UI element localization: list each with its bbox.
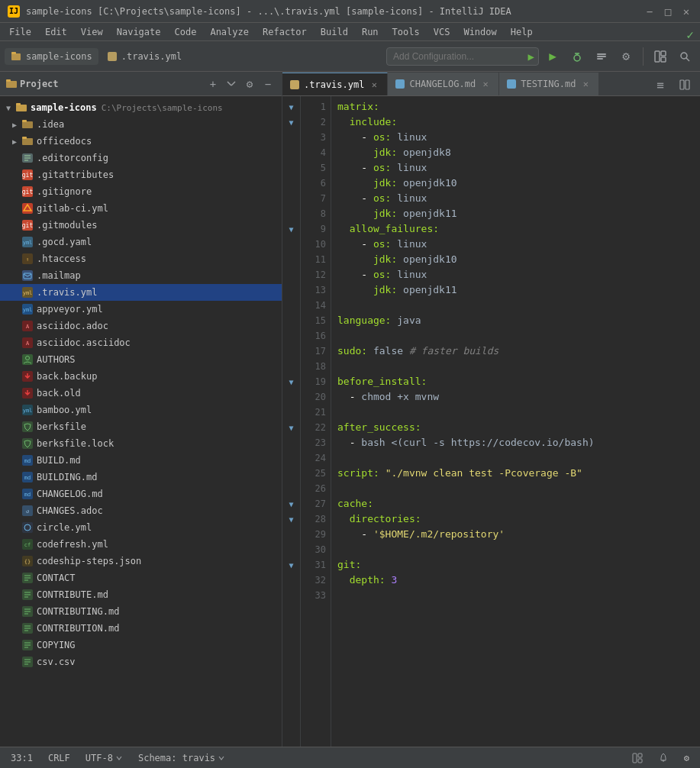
tree-item-berksfile[interactable]: ▶ berksfile	[0, 418, 282, 435]
status-encoding[interactable]: UTF-8	[81, 751, 127, 765]
tree-item-build-md[interactable]: ▶ md BUILD.md	[0, 452, 282, 469]
line-22: after_success:	[337, 420, 694, 435]
tree-item-asciidoc-asciidoc[interactable]: ▶ A asciidoc.asciidoc	[0, 334, 282, 351]
search-everywhere-button[interactable]	[674, 46, 695, 67]
tree-item-gitlab-ci[interactable]: ▶ gitlab-ci.yml	[0, 200, 282, 217]
tree-item-circle[interactable]: ▶ circle.yml	[0, 519, 282, 536]
active-file-tab[interactable]: .travis.yml	[102, 48, 188, 65]
tree-item-berksfile-lock[interactable]: ▶ berksfile.lock	[0, 435, 282, 452]
tree-item-csv[interactable]: ▶ csv.csv	[0, 653, 282, 670]
tree-item-changes-adoc[interactable]: ▶ ↺ CHANGES.adoc	[0, 502, 282, 519]
gutter-fold-22[interactable]: ▼	[282, 420, 300, 435]
tree-item-authors[interactable]: ▶ AUTHORS	[0, 351, 282, 368]
status-settings-icon[interactable]: ⚙	[679, 751, 694, 765]
tree-item-contact[interactable]: ▶ CONTACT	[0, 570, 282, 586]
tree-item-building-md[interactable]: ▶ md BUILDING.md	[0, 469, 282, 486]
menu-item-run[interactable]: Run	[356, 25, 385, 39]
line-33	[337, 588, 694, 603]
menu-item-navigate[interactable]: Navigate	[111, 25, 167, 39]
tree-item-appveyor[interactable]: ▶ yml appveyor.yml	[0, 301, 282, 318]
menu-item-refactor[interactable]: Refactor	[256, 25, 313, 39]
gutter-empty-21	[282, 405, 300, 420]
gutter-fold-2[interactable]: ▼	[282, 115, 300, 130]
tree-item-contribution[interactable]: ▶ CONTRIBUTION.md	[0, 620, 282, 637]
menu-item-tools[interactable]: Tools	[386, 25, 426, 39]
tab-testing[interactable]: TESTING.md ✕	[499, 73, 599, 95]
menu-item-code[interactable]: Code	[169, 25, 203, 39]
menu-item-file[interactable]: File	[3, 25, 37, 39]
menu-item-window[interactable]: Window	[457, 25, 502, 39]
tree-item-asciidoc-adoc[interactable]: ▶ A asciidoc.adoc	[0, 318, 282, 334]
tree-item-back-backup[interactable]: ▶ back.backup	[0, 368, 282, 385]
tree-item-contributing[interactable]: ▶ CONTRIBUTING.md	[0, 603, 282, 620]
editor-gutter: ▼ ▼ ▼ ▼ ▼	[282, 96, 301, 747]
close-button[interactable]: ✕	[680, 5, 692, 18]
tree-root[interactable]: ▼ sample-icons C:\Projects\sample-icons	[0, 99, 282, 116]
status-layout-icon[interactable]	[627, 751, 647, 765]
settings-gear-button[interactable]: ⚙	[242, 76, 257, 92]
run-configuration-input[interactable]	[386, 47, 539, 66]
line-12: - os: linux	[337, 267, 694, 282]
tree-item-gitattributes[interactable]: ▶ git .gitattributes	[0, 166, 282, 183]
run-button[interactable]: ▶	[542, 46, 563, 67]
tree-item-officedocs[interactable]: ▶ officedocs	[0, 133, 282, 150]
menu-item-edit[interactable]: Edit	[39, 25, 73, 39]
minimize-button[interactable]: −	[644, 5, 656, 18]
tab-close-testing[interactable]: ✕	[580, 79, 591, 89]
tab-split-button[interactable]	[674, 74, 695, 95]
run-icon: ▶	[528, 50, 534, 63]
layout-button[interactable]	[650, 46, 671, 67]
gutter-fold-28[interactable]: ▼	[282, 511, 300, 527]
line-11: jdk: openjdk10	[337, 252, 694, 267]
tree-item-htaccess[interactable]: ▶ ↑ .htaccess	[0, 250, 282, 267]
menu-item-analyze[interactable]: Analyze	[204, 25, 255, 39]
close-sidebar-button[interactable]: −	[260, 76, 276, 92]
code-content[interactable]: matrix: include: - os: linux jdk: openjd…	[331, 96, 700, 747]
tree-item-travis[interactable]: ▶ yml .travis.yml	[0, 284, 282, 301]
status-line-ending[interactable]: CRLF	[44, 751, 75, 765]
tree-item-gitmodules[interactable]: ▶ git .gitmodules	[0, 217, 282, 234]
menu-item-view[interactable]: View	[75, 25, 109, 39]
add-content-button[interactable]: +	[205, 76, 221, 92]
gutter-fold-1[interactable]: ▼	[282, 99, 300, 115]
menu-item-vcs[interactable]: VCS	[427, 25, 456, 39]
tree-item-codefresh[interactable]: ▶ cf codefresh.yml	[0, 536, 282, 553]
tree-item-idea[interactable]: ▶ .idea	[0, 116, 282, 133]
item-label: back.old	[37, 388, 81, 399]
gutter-fold-27[interactable]: ▼	[282, 496, 300, 511]
tree-item-bamboo[interactable]: ▶ yml bamboo.yml	[0, 402, 282, 418]
gutter-empty-7	[282, 191, 300, 206]
tree-item-mailmap[interactable]: ▶ .mailmap	[0, 267, 282, 284]
tree-item-contribute[interactable]: ▶ CONTRIBUTE.md	[0, 586, 282, 603]
project-selector[interactable]: sample-icons	[5, 48, 98, 65]
tree-item-gocd[interactable]: ▶ yml .gocd.yaml	[0, 234, 282, 250]
debug-button[interactable]	[566, 46, 588, 67]
tree-item-copying[interactable]: ▶ COPYING	[0, 637, 282, 653]
gutter-fold-31[interactable]: ▼	[282, 557, 300, 573]
tab-settings-button[interactable]: ≡	[650, 74, 671, 95]
gutter-fold-9[interactable]: ▼	[282, 221, 300, 237]
tab-travis[interactable]: .travis.yml ✕	[282, 73, 388, 95]
status-position[interactable]: 33:1	[6, 751, 37, 765]
status-schema[interactable]: Schema: travis	[134, 751, 230, 765]
tab-close-travis[interactable]: ✕	[369, 79, 379, 90]
tree-item-editorconfig[interactable]: ▶ .editorconfig	[0, 150, 282, 166]
settings-button[interactable]: ⚙	[615, 46, 637, 67]
tree-item-codeship[interactable]: ▶ {} codeship-steps.json	[0, 553, 282, 570]
schema-text: Schema: travis	[138, 753, 215, 763]
tab-close-changelog[interactable]: ✕	[480, 79, 491, 89]
tree-item-gitignore[interactable]: ▶ git .gitignore	[0, 183, 282, 200]
tree-item-changelog[interactable]: ▶ md CHANGELOG.md	[0, 486, 282, 502]
status-notification-icon[interactable]	[653, 751, 673, 765]
collapse-all-button[interactable]	[224, 76, 239, 92]
gutter-fold-19[interactable]: ▼	[282, 374, 300, 389]
menu-item-build[interactable]: Build	[315, 25, 354, 39]
tab-changelog[interactable]: CHANGELOG.md ✕	[388, 73, 499, 95]
coverage-button[interactable]	[591, 46, 612, 67]
tree-item-back-old[interactable]: ▶ back.old	[0, 385, 282, 402]
menu-item-help[interactable]: Help	[505, 25, 539, 39]
maximize-button[interactable]: □	[662, 5, 674, 18]
item-label: asciidoc.asciidoc	[37, 337, 131, 348]
svg-text:git: git	[22, 189, 33, 195]
item-label: officedocs	[37, 136, 92, 147]
